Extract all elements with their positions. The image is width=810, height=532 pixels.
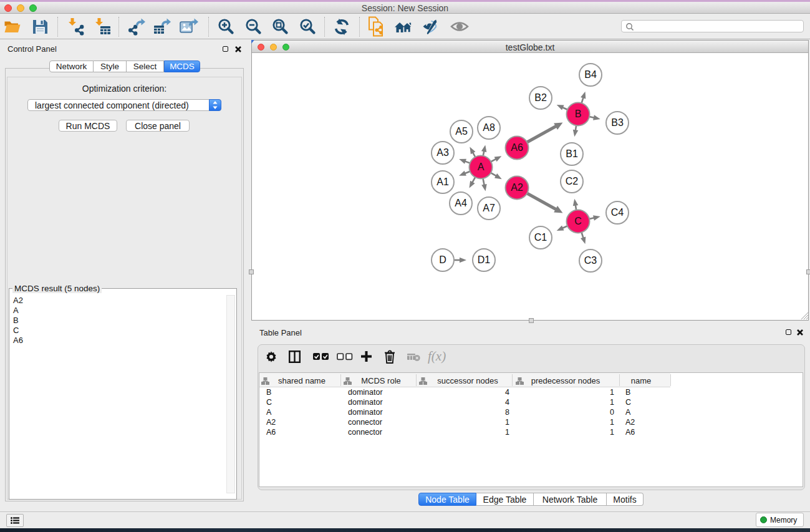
svg-text:C1: C1 <box>534 232 547 243</box>
svg-text:C2: C2 <box>566 176 579 186</box>
svg-text:A6: A6 <box>511 142 523 153</box>
svg-text:A8: A8 <box>483 122 495 133</box>
svg-text:B4: B4 <box>584 69 597 80</box>
svg-text:B2: B2 <box>534 92 547 103</box>
svg-text:A: A <box>478 162 485 172</box>
svg-text:B1: B1 <box>566 148 578 159</box>
svg-text:C4: C4 <box>611 207 624 218</box>
svg-text:C3: C3 <box>584 255 597 266</box>
svg-text:B3: B3 <box>611 117 624 128</box>
svg-text:B: B <box>575 109 582 119</box>
svg-text:A3: A3 <box>436 147 449 158</box>
svg-text:A2: A2 <box>511 182 523 193</box>
svg-text:A1: A1 <box>436 177 449 187</box>
svg-text:A5: A5 <box>455 126 468 137</box>
svg-text:A4: A4 <box>455 198 467 208</box>
svg-text:D1: D1 <box>478 254 491 265</box>
svg-text:A7: A7 <box>483 203 495 213</box>
svg-text:C: C <box>574 216 582 226</box>
svg-text:D: D <box>439 254 446 265</box>
